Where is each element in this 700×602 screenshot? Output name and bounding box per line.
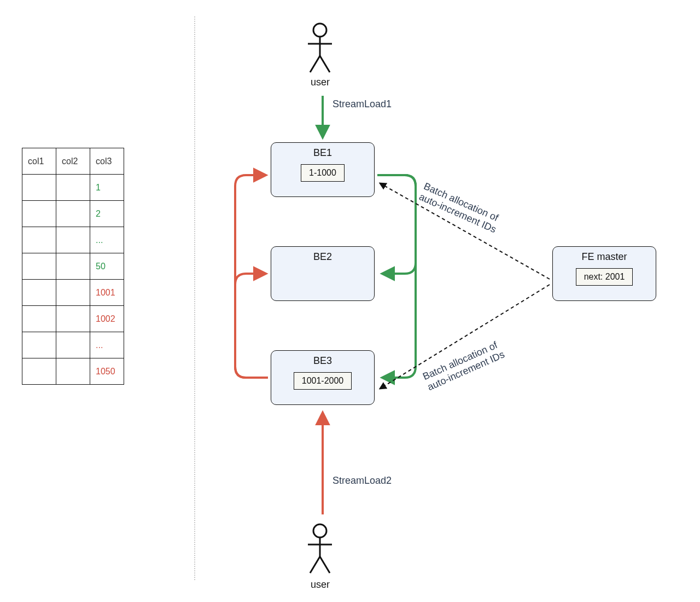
table-cell xyxy=(56,306,90,332)
be3-range: 1001-2000 xyxy=(294,372,352,390)
table-cell xyxy=(56,358,90,385)
table-cell xyxy=(22,332,56,358)
svg-line-4 xyxy=(320,56,330,72)
table-cell xyxy=(22,253,56,280)
svg-point-0 xyxy=(313,24,326,37)
user-label-bottom: user xyxy=(311,579,330,591)
be2-node: BE2 xyxy=(271,246,375,301)
table-row: 2 xyxy=(22,201,124,227)
table-cell xyxy=(56,175,90,201)
table-row: ... xyxy=(22,227,124,253)
table-row: 1 xyxy=(22,175,124,201)
arrow-be3-to-be1-left xyxy=(235,175,268,378)
svg-line-9 xyxy=(320,557,330,573)
diagram-canvas: col1 col2 col3 12...5010011002...1050 us… xyxy=(0,0,700,602)
user-label-top: user xyxy=(311,77,330,88)
be1-range: 1-1000 xyxy=(301,164,345,182)
table-cell: 2 xyxy=(90,201,124,227)
table-cell xyxy=(56,201,90,227)
table-cell xyxy=(22,227,56,253)
table-cell xyxy=(22,175,56,201)
be3-title: BE3 xyxy=(271,355,374,367)
table-row: 50 xyxy=(22,253,124,280)
streamload-bottom-label: StreamLoad2 xyxy=(332,475,392,487)
table-cell xyxy=(22,306,56,332)
user-icon-bottom xyxy=(304,523,336,577)
table-row: 1001 xyxy=(22,280,124,306)
be1-title: BE1 xyxy=(271,147,374,159)
table-cell xyxy=(56,280,90,306)
table-header-row: col1 col2 col3 xyxy=(22,148,124,175)
table-cell xyxy=(22,201,56,227)
fe-master-next: next: 2001 xyxy=(576,268,633,286)
alloc-annotation-top: Batch allocation of auto-increment IDs xyxy=(417,181,503,235)
be3-node: BE3 1001-2000 xyxy=(271,350,375,405)
fe-master-node: FE master next: 2001 xyxy=(552,246,656,301)
arrow-be3-to-be2-left xyxy=(235,274,268,378)
fe-master-title: FE master xyxy=(553,251,656,263)
table-cell: 1002 xyxy=(90,306,124,332)
streamload-top-label: StreamLoad1 xyxy=(332,99,392,110)
user-icon-top xyxy=(304,22,336,77)
arrow-be1-to-be3-right xyxy=(377,175,416,378)
table-cell: ... xyxy=(90,227,124,253)
table-cell: 1 xyxy=(90,175,124,201)
table-header: col1 xyxy=(22,148,56,175)
table-cell xyxy=(22,358,56,385)
table-cell: 1050 xyxy=(90,358,124,385)
table-cell: 50 xyxy=(90,253,124,280)
be1-node: BE1 1-1000 xyxy=(271,142,375,197)
result-table: col1 col2 col3 12...5010011002...1050 xyxy=(22,148,124,385)
table-row: 1050 xyxy=(22,358,124,385)
table-cell: ... xyxy=(90,332,124,358)
svg-point-5 xyxy=(313,524,326,537)
table-cell xyxy=(22,280,56,306)
table-cell xyxy=(56,227,90,253)
table-cell xyxy=(56,332,90,358)
svg-line-3 xyxy=(310,56,320,72)
arrow-be1-to-be2-right xyxy=(377,175,416,274)
table-header: col3 xyxy=(90,148,124,175)
be2-title: BE2 xyxy=(271,251,374,263)
table-cell: 1001 xyxy=(90,280,124,306)
vertical-divider xyxy=(194,16,195,580)
svg-line-8 xyxy=(310,557,320,573)
table-row: ... xyxy=(22,332,124,358)
table-row: 1002 xyxy=(22,306,124,332)
table-header: col2 xyxy=(56,148,90,175)
table-cell xyxy=(56,253,90,280)
alloc-annotation-bottom: Batch allocation of auto-increment IDs xyxy=(421,338,506,393)
